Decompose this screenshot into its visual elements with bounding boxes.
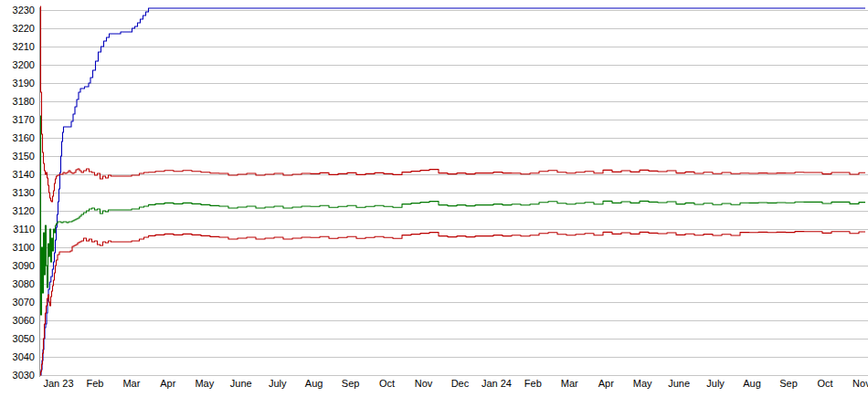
y-axis-tick-label: 3070 — [13, 297, 35, 308]
rating-history-chart-canvas: 3030304030503060307030803090310031103120… — [0, 0, 868, 397]
x-axis-tick-label: Aug — [305, 378, 323, 389]
y-axis-tick-label: 3080 — [13, 278, 35, 289]
y-axis-tick-label: 3220 — [13, 23, 35, 34]
y-axis-tick-label: 3130 — [13, 187, 35, 198]
y-axis-tick-label: 3230 — [13, 5, 35, 16]
x-axis-tick-label: Dec — [451, 378, 470, 389]
x-axis-tick-label: Aug — [743, 378, 761, 389]
series-green-line — [40, 116, 865, 315]
y-axis-tick-label: 3140 — [13, 169, 35, 180]
x-axis-tick-label: Apr — [598, 378, 614, 389]
x-axis-tick-label: Feb — [524, 378, 542, 389]
x-axis-tick-label: Nov — [415, 378, 433, 389]
y-axis-tick-label: 3040 — [13, 351, 35, 362]
x-axis-tick-label: July — [706, 378, 725, 389]
series-red-lower-line — [40, 232, 865, 375]
x-axis-tick-label: Mar — [561, 378, 578, 389]
rating-history-chart: 3030304030503060307030803090310031103120… — [0, 0, 868, 397]
x-axis-tick-label: May — [195, 378, 214, 389]
x-axis-tick-label: Feb — [86, 378, 103, 389]
x-axis-tick-label: Nov — [852, 378, 868, 389]
x-axis-tick-label: Mar — [122, 378, 140, 389]
y-axis-tick-label: 3060 — [13, 315, 35, 326]
x-axis-tick-label: June — [668, 378, 690, 389]
y-axis-tick-label: 3030 — [13, 370, 35, 381]
x-axis-tick-label: Jan 24 — [482, 378, 512, 389]
y-axis-tick-label: 3170 — [13, 114, 35, 125]
x-axis-tick-label: July — [269, 378, 287, 389]
y-axis-tick-label: 3120 — [13, 205, 35, 216]
y-axis-tick-label: 3190 — [13, 78, 35, 89]
y-axis-tick-label: 3180 — [13, 96, 35, 107]
y-axis-tick-label: 3160 — [13, 132, 35, 143]
grid-layer — [39, 10, 868, 375]
y-axis-tick-label: 3100 — [13, 242, 35, 253]
x-axis-tick-label: Sep — [779, 378, 798, 389]
x-axis-tick-label: Jan 23 — [43, 378, 73, 389]
y-axis-tick-label: 3090 — [13, 260, 35, 271]
y-axis-tick-label: 3150 — [13, 151, 35, 162]
x-axis-tick-label: May — [633, 378, 652, 389]
y-axis-tick-label: 3200 — [13, 59, 35, 70]
x-axis-tick-label: June — [230, 378, 252, 389]
x-axis-tick-label: Oct — [817, 378, 832, 389]
x-axis-tick-label: Apr — [160, 378, 175, 389]
y-axis-tick-label: 3210 — [13, 41, 35, 52]
label-layer: 3030304030503060307030803090310031103120… — [13, 5, 868, 389]
y-axis-tick-label: 3110 — [13, 224, 35, 235]
x-axis-tick-label: Oct — [379, 378, 395, 389]
x-axis-tick-label: Sep — [342, 378, 360, 389]
series-layer — [40, 6, 865, 375]
y-axis-tick-label: 3050 — [13, 333, 35, 344]
series-red-upper-line — [40, 6, 865, 202]
